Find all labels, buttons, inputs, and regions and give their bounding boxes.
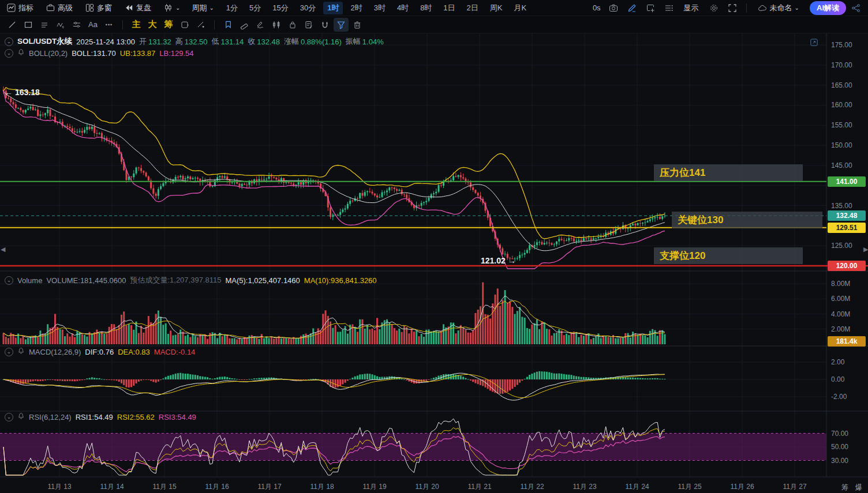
key-level-annotation[interactable]: 关键位130 xyxy=(672,212,822,228)
macd-axis-tick: -2.00 xyxy=(831,393,865,401)
ruler-tool[interactable] xyxy=(237,18,252,32)
right-panel-expand-arrow[interactable]: ▶ xyxy=(863,246,868,253)
add-frame-icon[interactable] xyxy=(645,3,656,13)
timeframe-4时[interactable]: 4时 xyxy=(393,2,413,14)
main-chart-button[interactable]: 主 xyxy=(129,18,144,32)
xaxis-date-label: 11月 24 xyxy=(617,482,657,492)
timeframe-5分[interactable]: 5分 xyxy=(245,2,265,14)
support-annotation[interactable]: 支撑位120 xyxy=(654,247,803,264)
timeframe-30分[interactable]: 30分 xyxy=(296,2,320,14)
indicator-chart-icon xyxy=(6,3,16,13)
rectangle-tool[interactable] xyxy=(21,18,36,32)
timeframe-周K[interactable]: 周K xyxy=(486,2,507,14)
magnet-tool[interactable] xyxy=(317,18,332,32)
collapse-chevron-icon[interactable]: ⌄ xyxy=(5,37,13,46)
boll-name[interactable]: BOLL(20,2) xyxy=(29,49,68,58)
signature-tool[interactable] xyxy=(253,18,268,32)
collapse-chevron-icon[interactable]: ⌄ xyxy=(5,276,13,285)
close-label: 收 xyxy=(248,36,255,47)
corner-button-筹[interactable]: 筹 xyxy=(841,483,848,492)
timeframe-2时[interactable]: 2时 xyxy=(346,2,366,14)
advanced-button[interactable]: 高级 xyxy=(39,3,78,13)
timeframe-list: 1分5分15分30分1时2时3时4时8时1日2日周K月K xyxy=(222,2,530,14)
ai-analysis-button[interactable]: AI解读 xyxy=(810,1,846,15)
display-settings-button[interactable]: 显示 xyxy=(678,3,705,13)
timeframe-2日[interactable]: 2日 xyxy=(463,2,482,14)
fullscreen-icon[interactable] xyxy=(727,3,738,13)
workspace-dropdown[interactable]: 未命名 ⌄ xyxy=(751,3,805,13)
rsi-name[interactable]: RSI(6,12,24) xyxy=(29,413,72,422)
volume-axis-tick: 2.00M xyxy=(831,325,865,333)
more-tools-button[interactable]: ••• xyxy=(102,18,117,32)
gear-icon[interactable] xyxy=(709,3,719,13)
xaxis-date-label: 11月 23 xyxy=(564,482,605,492)
open-value: 131.32 xyxy=(148,37,171,46)
notes-tool[interactable] xyxy=(301,18,316,32)
timeframe-1时[interactable]: 1时 xyxy=(323,2,343,14)
macd-hist-value: MACD:-0.14 xyxy=(154,348,196,356)
xaxis-date-label: 11月 22 xyxy=(512,482,552,492)
volume-axis-tick: 6.00M xyxy=(831,295,865,303)
alert-bell-icon[interactable] xyxy=(17,412,25,422)
bookmark-tool[interactable] xyxy=(220,18,235,32)
share-icon[interactable] xyxy=(851,3,861,13)
brush-tool[interactable] xyxy=(193,18,208,32)
indicators-button[interactable]: 指标 xyxy=(0,3,39,13)
timeframe-15分[interactable]: 15分 xyxy=(268,2,292,14)
resistance-annotation[interactable]: 压力位141 xyxy=(654,164,803,181)
delete-drawings-tool[interactable] xyxy=(350,18,365,32)
period-dropdown[interactable]: 周期 ⌄ xyxy=(186,3,219,13)
price-axis-tick: 125.00 xyxy=(831,242,865,250)
timeframe-1日[interactable]: 1日 xyxy=(439,2,459,14)
xaxis-date-label: 11月 25 xyxy=(669,482,710,492)
price-axis-tick: 175.00 xyxy=(831,41,865,49)
low-value: 131.14 xyxy=(220,37,244,46)
symbol-name[interactable]: SOL/USDT永续 xyxy=(17,36,72,47)
multiwindow-button[interactable]: 多窗 xyxy=(78,3,118,13)
collapse-chevron-icon[interactable]: ⌄ xyxy=(5,348,13,356)
timeframe-8时[interactable]: 8时 xyxy=(416,2,436,14)
wave-tool[interactable]: 6 xyxy=(53,18,68,32)
volume-ma10-value: MA(10):936,841.3260 xyxy=(304,276,377,285)
boll-ub-value: UB:133.87 xyxy=(120,49,155,58)
lock-tool[interactable] xyxy=(285,18,300,32)
collapse-chevron-icon[interactable]: ⌄ xyxy=(5,413,13,422)
compare-candles-tool[interactable] xyxy=(269,18,284,32)
xaxis-date-label: 11月 18 xyxy=(302,482,342,492)
object-tree-icon[interactable] xyxy=(664,3,674,13)
amplitude-value: 1.04% xyxy=(362,37,384,46)
timeframe-3时[interactable]: 3时 xyxy=(370,2,390,14)
replay-button[interactable]: 复盘 xyxy=(118,3,157,13)
edit-pencil-icon[interactable] xyxy=(627,3,637,13)
high-value: 132.50 xyxy=(185,37,208,46)
volume-name[interactable]: Volume xyxy=(17,276,42,285)
xaxis-date-label: 11月 16 xyxy=(197,482,237,492)
trading-app-window: 指标 高级 多窗 复盘 ⌄ 周期 ⌄ 1分5分15分30分1时2时3时4时8时1… xyxy=(0,0,868,493)
pane-maximize-icon[interactable] xyxy=(810,38,818,49)
filter-tool[interactable] xyxy=(334,18,349,32)
svg-text:6: 6 xyxy=(62,25,65,28)
trendline-tool[interactable] xyxy=(5,18,20,32)
estimated-volume-value: 预估成交量:1,207,397.8115 xyxy=(130,275,221,285)
large-view-button[interactable]: 大 xyxy=(145,18,160,32)
timeframe-1分[interactable]: 1分 xyxy=(222,2,242,14)
collapse-chevron-icon[interactable]: ⌄ xyxy=(5,49,13,58)
boll-mid-value: BOLL:131.70 xyxy=(72,49,116,58)
alert-bell-icon[interactable] xyxy=(17,48,25,58)
timeframe-月K[interactable]: 月K xyxy=(510,2,531,14)
text-tool[interactable]: Aa xyxy=(85,18,100,32)
alert-bell-icon[interactable] xyxy=(17,347,25,356)
left-panel-collapse-arrow[interactable]: ◀ xyxy=(1,246,5,253)
corner-button-爆[interactable]: 爆 xyxy=(855,483,862,492)
camera-icon[interactable] xyxy=(608,3,619,13)
xaxis-date-label: 11月 27 xyxy=(775,482,815,492)
macd-legend-row: ⌄ MACD(12,26,9) DIF:0.76 DEA:0.83 MACD:-… xyxy=(5,347,195,356)
chips-tool-button[interactable]: 筹 xyxy=(161,18,176,32)
refresh-tool[interactable] xyxy=(177,18,192,32)
parallel-lines-tool[interactable] xyxy=(37,18,52,32)
sliders-tool[interactable] xyxy=(69,18,84,32)
chart-type-dropdown[interactable]: ⌄ xyxy=(157,3,186,13)
price-axis-tick: 145.00 xyxy=(831,161,865,170)
open-label: 开 xyxy=(139,36,147,47)
macd-name[interactable]: MACD(12,26,9) xyxy=(29,348,81,356)
